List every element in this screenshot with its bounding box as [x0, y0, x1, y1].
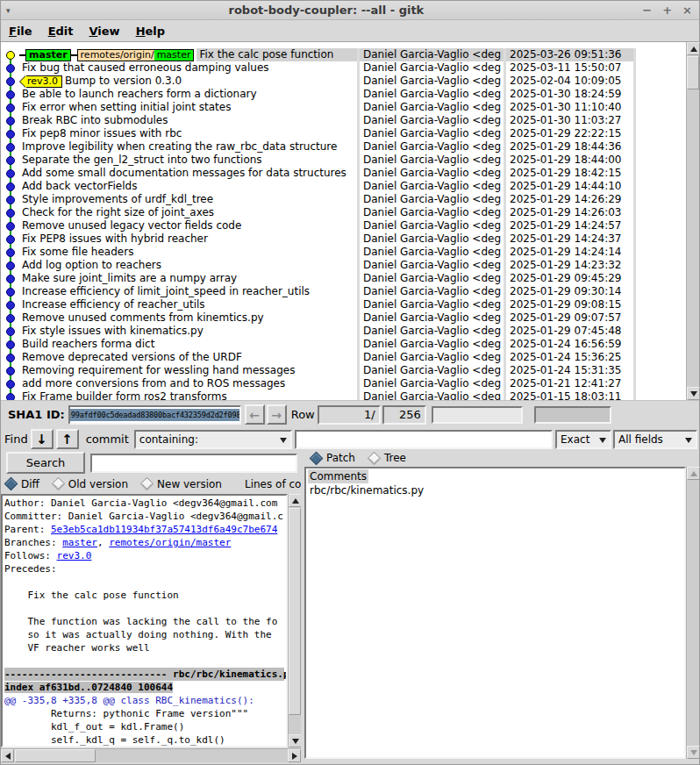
radio-patch-label[interactable]: Patch	[326, 452, 355, 464]
commit-row[interactable]: masterremotes/origin/masterFix the calc …	[1, 48, 688, 61]
commit-row[interactable]: Fix error when setting initial joint sta…	[1, 101, 688, 114]
diff-line: Fix the calc pose function	[4, 589, 286, 602]
commit-row[interactable]: Removing requirement for wessling hand m…	[1, 364, 688, 377]
scroll-right-icon[interactable]	[288, 749, 301, 762]
scrollbar-trough[interactable]	[687, 480, 699, 746]
menu-file[interactable]: File	[1, 23, 40, 39]
commit-row[interactable]: Remove unused comments from kinemtics.py…	[1, 311, 688, 325]
scrollbar-trough[interactable]	[687, 90, 699, 387]
commit-author: Daniel Garcia-Vaglio <deg	[357, 338, 504, 351]
commit-link[interactable]: remotes/origin/master	[109, 537, 231, 548]
commit-row[interactable]: Fix Frame builder form ros2 transformsDa…	[1, 390, 688, 400]
commit-row[interactable]: Break RBC into submodulesDaniel Garcia-V…	[1, 114, 688, 127]
commit-row[interactable]: Remove deprecated versions of the URDFDa…	[1, 351, 688, 364]
commit-row[interactable]: Improve legibility when creating the raw…	[1, 140, 688, 154]
forward-button[interactable]: →	[267, 404, 287, 425]
minimize-button[interactable]: −	[642, 4, 652, 17]
commit-row[interactable]: Fix some file headersDaniel Garcia-Vagli…	[1, 246, 688, 259]
commit-author: Daniel Garcia-Vaglio <deg	[357, 377, 504, 390]
find-up-button[interactable]: ↑	[56, 429, 79, 449]
graph-node-icon	[6, 393, 15, 401]
radio-diff-label[interactable]: Diff	[21, 478, 39, 490]
radio-tree-icon[interactable]	[368, 451, 382, 465]
menu-edit[interactable]: Edit	[40, 23, 82, 39]
find-input[interactable]	[295, 430, 553, 449]
commit-row[interactable]: Build reachers forma dictDaniel Garcia-V…	[1, 338, 688, 351]
radio-tree-label[interactable]: Tree	[384, 452, 406, 464]
commit-row[interactable]: Fix PEP8 issues with hybrid reacherDanie…	[1, 232, 688, 246]
scroll-up-icon[interactable]	[289, 494, 301, 507]
commit-row[interactable]: Remove unused legacy vector fields codeD…	[1, 219, 688, 232]
commit-row[interactable]: Fix pep8 minor issues with rbcDaniel Gar…	[1, 127, 688, 140]
scrollbar-thumb[interactable]	[687, 56, 699, 89]
radio-new-label[interactable]: New version	[157, 478, 222, 490]
radio-new-icon[interactable]	[140, 477, 154, 491]
radio-patch-icon[interactable]	[310, 451, 324, 465]
patch-tree-radios: Patch Tree	[304, 450, 699, 466]
commit-date: 2025-01-29 14:26:29	[504, 193, 633, 206]
commit-author: Daniel Garcia-Vaglio <deg	[357, 88, 504, 101]
scroll-down-icon[interactable]	[687, 387, 700, 400]
commit-row[interactable]: add more conversions from and to ROS mes…	[1, 377, 688, 390]
commit-row[interactable]: Increase efficiency of reacher_utilsDani…	[1, 298, 688, 311]
diff-text[interactable]: Author: Daniel Garcia-Vaglio <degv364@gm…	[1, 494, 288, 747]
diff-search-input[interactable]	[90, 454, 297, 473]
commit-author: Daniel Garcia-Vaglio <deg	[357, 311, 504, 325]
radio-diff-icon[interactable]	[4, 477, 18, 491]
radio-old-label[interactable]: Old version	[68, 478, 128, 490]
row-current-field[interactable]: 1/	[318, 405, 381, 425]
commit-author: Daniel Garcia-Vaglio <deg	[357, 101, 504, 114]
ref-remote-branch[interactable]: remotes/origin/master	[77, 49, 195, 61]
scrollbar-thumb[interactable]	[289, 508, 301, 715]
fields-dropdown[interactable]: All fields	[613, 430, 697, 449]
find-down-button[interactable]: ↓	[31, 429, 54, 449]
commit-row[interactable]: rev3.0Bump to version 0.3.0Daniel Garcia…	[1, 75, 688, 88]
maximize-button[interactable]: +	[662, 4, 672, 17]
scroll-down-icon[interactable]	[687, 746, 700, 759]
commit-row[interactable]: Increase efficiency of limit_joint_speed…	[1, 285, 688, 298]
diff-scrollbar[interactable]	[288, 494, 301, 747]
scroll-left-icon[interactable]	[1, 749, 14, 762]
commit-row[interactable]: Check for the right size of joint_axesDa…	[1, 206, 688, 219]
ref-head-branch[interactable]: master	[25, 49, 71, 61]
sha1-input[interactable]: 99afdf00c5deadad83800bacf432359d2d2f0986	[68, 405, 241, 425]
diff-hscrollbar[interactable]	[1, 748, 301, 762]
row-total-field[interactable]: 256	[382, 405, 426, 425]
search-button[interactable]: Search	[6, 452, 85, 474]
scroll-up-icon[interactable]	[687, 42, 700, 55]
menu-view[interactable]: View	[82, 23, 128, 39]
commit-row[interactable]: Style improvements of urdf_kdl_treeDanie…	[1, 193, 688, 206]
scrollbar-trough[interactable]	[96, 749, 288, 762]
scroll-down-icon[interactable]	[289, 734, 301, 747]
file-list[interactable]: Commentsrbc/rbc/kinematics.py	[304, 467, 686, 759]
commit-list[interactable]: masterremotes/origin/masterFix the calc …	[1, 42, 688, 400]
menu-help[interactable]: Help	[128, 23, 173, 39]
back-button[interactable]: ←	[245, 404, 265, 425]
commit-message: add more conversions from and to ROS mes…	[19, 377, 288, 390]
commit-row[interactable]: Make sure joint_limits are a numpy array…	[1, 272, 688, 285]
file-list-item[interactable]: Comments	[308, 469, 368, 483]
commit-row[interactable]: Separate the gen_l2_struct into two func…	[1, 154, 688, 167]
diff-line	[4, 602, 286, 615]
commit-row[interactable]: Fix style issues with kinematics.pyDanie…	[1, 325, 688, 338]
diff-line: Follows: rev3.0	[4, 549, 286, 562]
close-button[interactable]: ×	[682, 4, 692, 17]
ref-tag[interactable]: rev3.0	[26, 75, 62, 88]
commit-row[interactable]: Fix bug that caused erroneous damping va…	[1, 61, 688, 75]
match-type-dropdown[interactable]: containing:	[134, 430, 292, 449]
commit-row[interactable]: Add log option to reachersDaniel Garcia-…	[1, 259, 688, 272]
commit-link[interactable]: rev3.0	[57, 550, 92, 561]
scroll-up-icon[interactable]	[687, 467, 700, 480]
commit-list-scrollbar[interactable]	[686, 42, 699, 400]
graph-node-icon	[6, 77, 15, 86]
commit-link[interactable]: master	[62, 537, 97, 548]
commit-row[interactable]: Be able to launch reachers form a dictio…	[1, 88, 688, 101]
exact-dropdown[interactable]: Exact	[555, 430, 611, 449]
commit-link[interactable]: 5e3eb5ca1db11934bf37a57413df6a49c7be674	[51, 524, 277, 535]
radio-old-icon[interactable]	[52, 477, 66, 491]
commit-row[interactable]: Add back vectorFieldsDaniel Garcia-Vagli…	[1, 180, 688, 193]
file-list-scrollbar[interactable]	[686, 467, 699, 759]
file-list-item[interactable]: rbc/rbc/kinematics.py	[308, 483, 425, 497]
scrollbar-thumb[interactable]	[15, 749, 96, 762]
commit-row[interactable]: Add some small documentation messages fo…	[1, 167, 688, 180]
